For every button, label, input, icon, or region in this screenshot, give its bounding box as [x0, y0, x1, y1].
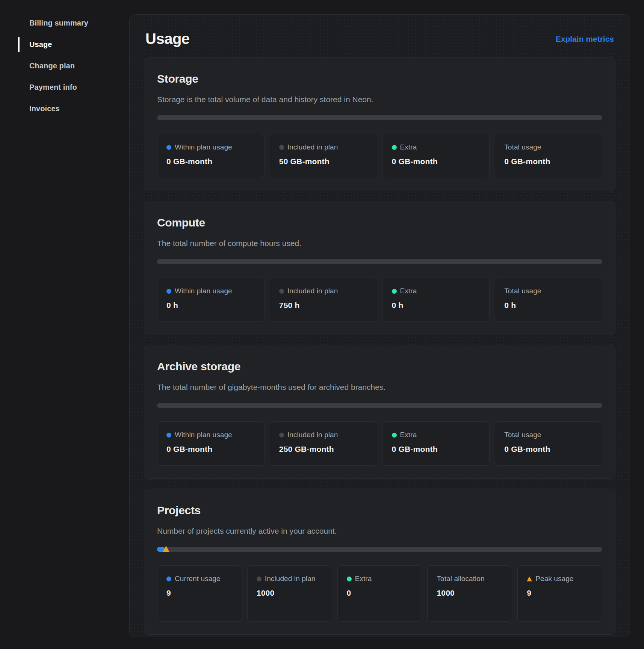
sidebar-item-usage[interactable]: Usage	[19, 34, 113, 55]
stat-label: Included in plan	[287, 287, 338, 295]
stat-card-within-plan-usage: Within plan usage 0 h	[157, 278, 265, 322]
stat-label: Total allocation	[437, 575, 484, 583]
stat-label-row: Total usage	[504, 142, 593, 152]
stat-value: 1000	[257, 589, 323, 598]
section-title: Projects	[157, 504, 602, 517]
section-compute: Compute The total number of compute hour…	[144, 201, 615, 335]
stat-value: 0 h	[166, 301, 255, 310]
stat-card-within-plan-usage: Within plan usage 0 GB-month	[157, 421, 265, 466]
section-description: Storage is the total volume of data and …	[157, 95, 602, 104]
stat-label: Included in plan	[287, 431, 338, 439]
stat-card-extra: Extra 0 GB-month	[382, 134, 490, 178]
stat-value: 0 h	[392, 301, 481, 310]
stat-value: 1000	[437, 589, 503, 598]
stat-value: 0	[347, 589, 413, 598]
section-description: The total number of compute hours used.	[157, 239, 602, 248]
stat-value: 250 GB-month	[279, 445, 368, 454]
stat-label: Within plan usage	[175, 143, 232, 151]
usage-sections: Storage Storage is the total volume of d…	[144, 57, 615, 635]
stat-card-row: Current usage 9 Included in plan 1000 Ex…	[157, 565, 602, 622]
green-dot-icon	[392, 433, 397, 438]
gray-dot-icon	[279, 289, 284, 294]
stat-card-row: Within plan usage 0 GB-month Included in…	[157, 421, 602, 466]
stat-label-row: Extra	[392, 429, 481, 440]
stat-value: 0 GB-month	[504, 445, 593, 454]
stat-card-included-in-plan: Included in plan 1000	[247, 565, 332, 622]
sidebar-item-change-plan[interactable]: Change plan	[19, 55, 113, 77]
stat-label-row: Included in plan	[257, 573, 316, 584]
stat-value: 0 GB-month	[392, 445, 481, 454]
section-archive-storage: Archive storage The total number of giga…	[144, 345, 615, 479]
stat-label: Within plan usage	[175, 431, 232, 439]
stat-value: 0 GB-month	[166, 157, 255, 166]
stat-label-row: Within plan usage	[166, 429, 255, 440]
stat-label: Within plan usage	[175, 287, 232, 295]
stat-card-included-in-plan: Included in plan 50 GB-month	[270, 134, 377, 178]
stat-card-extra: Extra 0 h	[382, 278, 490, 322]
section-title: Compute	[157, 216, 602, 229]
stat-value: 9	[166, 589, 233, 598]
gray-dot-icon	[279, 433, 284, 438]
stat-label-row: Included in plan	[279, 429, 368, 440]
stat-label: Peak usage	[535, 575, 573, 583]
stat-label-row: Total usage	[504, 285, 593, 296]
sidebar-nav: Billing summary Usage Change plan Paymen…	[19, 12, 113, 119]
sidebar-item-label: Change plan	[29, 62, 75, 70]
stat-card-within-plan-usage: Within plan usage 0 GB-month	[157, 134, 265, 178]
sidebar-item-billing-summary[interactable]: Billing summary	[19, 12, 113, 34]
stat-card-total-usage: Total usage 0 GB-month	[495, 421, 602, 466]
stat-label: Extra	[400, 431, 417, 439]
stat-card-peak-usage: Peak usage 9	[517, 565, 602, 622]
stat-card-total-usage: Total usage 0 GB-month	[495, 134, 602, 178]
blue-dot-icon	[166, 433, 171, 438]
stat-card-row: Within plan usage 0 h Included in plan 7…	[157, 278, 602, 322]
stat-value: 50 GB-month	[279, 157, 368, 166]
stat-label-row: Extra	[392, 142, 481, 152]
stat-label: Total usage	[504, 143, 541, 151]
sidebar-item-invoices[interactable]: Invoices	[19, 98, 113, 119]
sidebar-item-payment-info[interactable]: Payment info	[19, 77, 113, 98]
stat-label: Extra	[400, 143, 417, 151]
stat-label: Current usage	[175, 575, 221, 583]
stat-label-row: Within plan usage	[166, 142, 255, 152]
stat-label-row: Extra	[392, 285, 481, 296]
section-storage: Storage Storage is the total volume of d…	[144, 57, 615, 191]
stat-card-extra: Extra 0 GB-month	[382, 421, 490, 466]
usage-progress-bar	[157, 259, 602, 264]
stat-value: 9	[527, 589, 593, 598]
green-dot-icon	[347, 577, 352, 581]
blue-dot-icon	[166, 145, 171, 150]
stat-card-total-allocation: Total allocation 1000	[427, 565, 512, 622]
usage-progress-bar	[157, 547, 602, 552]
blue-dot-icon	[166, 289, 171, 294]
stat-label-row: Included in plan	[279, 142, 368, 152]
stat-value: 0 GB-month	[504, 157, 593, 166]
gray-dot-icon	[279, 145, 284, 150]
stat-value: 0 h	[504, 301, 593, 310]
usage-progress-bar	[157, 115, 602, 120]
usage-panel: Usage Explain metrics Storage Storage is…	[129, 14, 630, 637]
panel-header: Usage Explain metrics	[144, 26, 615, 47]
usage-progress-bar	[157, 403, 602, 408]
stat-label-row: Extra	[347, 573, 406, 584]
section-title: Storage	[157, 72, 602, 85]
stat-label-row: Included in plan	[279, 285, 368, 296]
peak-triangle-icon	[527, 577, 532, 581]
stat-label: Total usage	[504, 431, 541, 439]
stat-label-row: Peak usage	[527, 573, 586, 584]
blue-dot-icon	[166, 577, 171, 581]
stat-label-row: Total usage	[504, 429, 593, 440]
gray-dot-icon	[257, 577, 262, 581]
section-title: Archive storage	[157, 360, 602, 373]
section-description: Number of projects currently active in y…	[157, 527, 602, 536]
stat-label: Total usage	[504, 287, 541, 295]
sidebar-item-label: Invoices	[29, 104, 60, 113]
stat-card-included-in-plan: Included in plan 750 h	[270, 278, 377, 322]
stat-label-row: Current usage	[166, 573, 226, 584]
sidebar-item-label: Billing summary	[29, 19, 88, 27]
green-dot-icon	[392, 145, 397, 150]
stat-label-row: Total allocation	[437, 573, 496, 584]
stat-value: 0 GB-month	[392, 157, 481, 166]
stat-value: 0 GB-month	[166, 445, 255, 454]
explain-metrics-link[interactable]: Explain metrics	[556, 35, 614, 44]
